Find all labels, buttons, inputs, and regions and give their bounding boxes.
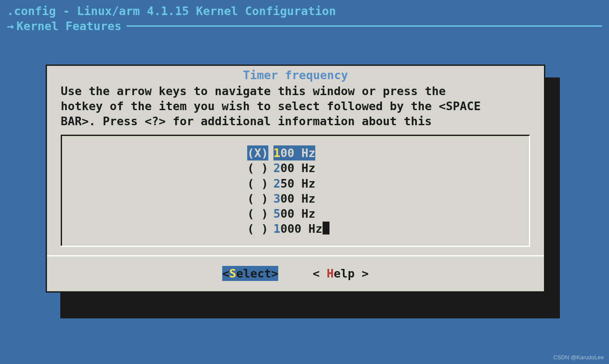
dialog: Timer frequency Use the arrow keys to na…: [46, 65, 545, 293]
option-text: 50 Hz: [280, 177, 315, 190]
select-rest: elect: [236, 267, 271, 280]
cursor-icon: [323, 222, 329, 234]
options-list: (X)100 Hz( )200 Hz( )250 Hz( )300 Hz( )5…: [247, 145, 529, 236]
button-separator: [47, 255, 544, 256]
option-label: 300 Hz: [273, 191, 316, 206]
option-label: 100 Hz: [273, 145, 316, 160]
arrow-icon: →: [7, 19, 14, 34]
breadcrumb-row: → Kernel Features: [7, 19, 602, 34]
select-close: >: [271, 267, 278, 280]
config-title: .config - Linux/arm 4.1.15 Kernel Config…: [7, 3, 602, 19]
button-row: <Select> < Help >: [61, 266, 530, 281]
option-radio: ( ): [247, 176, 268, 191]
option-label: 1000 Hz: [273, 221, 329, 236]
option-hotkey: 3: [273, 192, 280, 205]
help-button[interactable]: < Help >: [313, 266, 369, 281]
option-hotkey: 2: [273, 161, 280, 175]
option-text: 000 Hz: [280, 222, 323, 235]
options-frame: (X)100 Hz( )200 Hz( )250 Hz( )300 Hz( )5…: [61, 135, 530, 246]
option-hotkey: 5: [273, 207, 280, 220]
select-hotkey: S: [229, 267, 236, 280]
option-row-5[interactable]: ( )1000 Hz: [247, 221, 329, 236]
select-open: <: [222, 267, 229, 280]
breadcrumb: Kernel Features: [14, 19, 124, 34]
option-text: 00 Hz: [280, 207, 315, 220]
option-hotkey: 1: [273, 222, 280, 235]
divider-line: [127, 25, 602, 27]
option-row-3[interactable]: ( )300 Hz: [247, 191, 315, 206]
option-text: 00 Hz: [280, 146, 315, 160]
option-row-0[interactable]: (X)100 Hz: [247, 145, 315, 160]
help-open: <: [313, 267, 327, 280]
option-radio: ( ): [247, 206, 268, 221]
option-radio: (X): [247, 145, 268, 160]
option-hotkey: 1: [273, 146, 280, 160]
option-row-4[interactable]: ( )500 Hz: [247, 206, 315, 221]
help-rest: elp: [334, 267, 355, 280]
header: .config - Linux/arm 4.1.15 Kernel Config…: [0, 0, 609, 34]
option-radio: ( ): [247, 191, 268, 206]
option-radio: ( ): [247, 160, 268, 176]
select-button[interactable]: <Select>: [222, 266, 278, 281]
option-row-2[interactable]: ( )250 Hz: [247, 176, 315, 191]
dialog-instructions: Use the arrow keys to navigate this wind…: [61, 83, 530, 129]
option-text: 00 Hz: [280, 192, 315, 205]
help-hotkey: H: [327, 267, 334, 280]
option-row-1[interactable]: ( )200 Hz: [247, 160, 315, 176]
option-radio: ( ): [247, 221, 268, 236]
option-text: 00 Hz: [280, 161, 315, 175]
watermark: CSDN @KarudoLee: [553, 354, 604, 361]
dialog-title: Timer frequency: [243, 68, 348, 82]
help-close: >: [355, 267, 369, 280]
option-label: 500 Hz: [273, 206, 316, 221]
option-hotkey: 2: [273, 177, 280, 190]
option-label: 200 Hz: [273, 160, 316, 176]
option-label: 250 Hz: [273, 176, 316, 191]
